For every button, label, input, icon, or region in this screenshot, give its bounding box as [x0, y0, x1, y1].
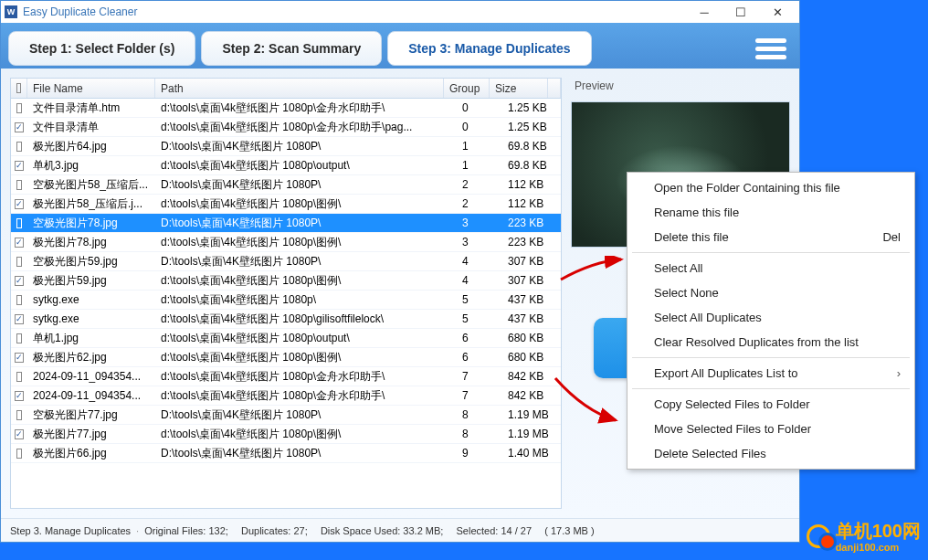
table-row[interactable]: 空极光图片77.jpgD:\tools\桌面\4K壁纸图片 1080P\81.1… — [11, 406, 561, 425]
table-row[interactable]: ✓极光图片77.jpgd:\tools\桌面\4k壁纸图片 1080p\图例\8… — [11, 425, 561, 444]
ctx-rename[interactable]: Rename this file — [630, 200, 912, 225]
header-scroll-spacer — [548, 79, 561, 98]
cell-group: 4 — [457, 253, 502, 269]
cell-path: d:\tools\桌面\4k壁纸图片 1080p\图例\ — [155, 425, 457, 444]
table-row[interactable]: 单机1.jpgd:\tools\桌面\4k壁纸图片 1080p\output\6… — [11, 329, 561, 348]
cell-path: D:\tools\桌面\4K壁纸图片 1080P\ — [155, 175, 457, 195]
table-row[interactable]: 空极光图片58_压缩后...D:\tools\桌面\4K壁纸图片 1080P\2… — [11, 175, 561, 195]
table-row[interactable]: 极光图片64.jpgD:\tools\桌面\4K壁纸图片 1080P\169.8… — [11, 137, 561, 156]
table-row[interactable]: ✓sytkg.exed:\tools\桌面\4k壁纸图片 1080p\gilis… — [11, 310, 561, 329]
table-row[interactable]: sytkg.exed:\tools\桌面\4k壁纸图片 1080p\5437 K… — [11, 291, 561, 310]
table-row[interactable]: ✓极光图片78.jpgd:\tools\桌面\4k壁纸图片 1080p\图例\3… — [11, 233, 561, 252]
cell-filename: 极光图片78.jpg — [27, 233, 155, 252]
ctx-copy-to-folder[interactable]: Copy Selected Files to Folder — [630, 392, 912, 417]
row-checkbox[interactable] — [16, 449, 22, 459]
cell-size: 680 KB — [502, 330, 561, 346]
row-checkbox[interactable] — [16, 142, 22, 152]
row-checkbox[interactable]: ✓ — [15, 314, 24, 324]
row-checkbox[interactable] — [16, 295, 22, 305]
cell-size: 307 KB — [502, 253, 561, 269]
status-step: Step 3. Manage Duplicates — [10, 525, 131, 536]
cell-group: 3 — [457, 215, 502, 231]
hamburger-menu-icon[interactable] — [755, 35, 786, 63]
row-checkbox[interactable]: ✓ — [15, 391, 24, 401]
row-checkbox[interactable]: ✓ — [15, 161, 24, 171]
status-bar: Step 3. Manage Duplicates · Original Fil… — [1, 518, 799, 542]
cell-path: d:\tools\桌面\4k壁纸图片 1080p\图例\ — [155, 195, 457, 214]
row-checkbox[interactable]: ✓ — [15, 276, 24, 286]
tab-step2[interactable]: Step 2: Scan Summary — [201, 31, 382, 66]
cell-path: d:\tools\桌面\4k壁纸图片 1080p\金舟水印助手\pag... — [155, 118, 457, 137]
table-row[interactable]: 空极光图片78.jpgD:\tools\桌面\4K壁纸图片 1080P\3223… — [11, 214, 561, 233]
row-checkbox[interactable]: ✓ — [15, 429, 24, 439]
ctx-open-folder[interactable]: Open the Folder Containing this file — [630, 175, 912, 200]
table-row[interactable]: ✓极光图片59.jpgd:\tools\桌面\4k壁纸图片 1080p\图例\4… — [11, 271, 561, 291]
header-size[interactable]: Size — [490, 79, 548, 98]
header-group[interactable]: Group — [444, 79, 490, 98]
cell-filename: 单机1.jpg — [27, 329, 155, 348]
row-checkbox[interactable] — [16, 180, 22, 190]
table-row[interactable]: 空极光图片59.jpgD:\tools\桌面\4K壁纸图片 1080P\4307… — [11, 252, 561, 271]
ctx-clear-resolved[interactable]: Clear Resolved Duplicates from the list — [630, 330, 912, 354]
tab-step1[interactable]: Step 1: Select Folder (s) — [8, 31, 195, 66]
cell-path: D:\tools\桌面\4K壁纸图片 1080P\ — [155, 444, 457, 463]
cell-filename: 空极光图片58_压缩后... — [27, 175, 155, 195]
table-row[interactable]: 文件目录清单.htmd:\tools\桌面\4k壁纸图片 1080p\金舟水印助… — [11, 99, 561, 118]
cell-path: d:\tools\桌面\4k壁纸图片 1080p\output\ — [155, 329, 457, 348]
cell-group: 0 — [457, 119, 502, 135]
table-row[interactable]: 2024-09-11_094354...d:\tools\桌面\4k壁纸图片 1… — [11, 367, 561, 386]
grid-body[interactable]: 文件目录清单.htmd:\tools\桌面\4k壁纸图片 1080p\金舟水印助… — [11, 99, 561, 508]
cell-group: 4 — [457, 272, 502, 289]
logo-text: 单机100网 — [836, 519, 921, 544]
table-row[interactable]: ✓极光图片58_压缩后.j...d:\tools\桌面\4k壁纸图片 1080p… — [11, 195, 561, 214]
header-checkbox-col[interactable] — [11, 79, 27, 98]
cell-filename: 空极光图片77.jpg — [27, 406, 155, 425]
row-checkbox[interactable] — [16, 103, 22, 113]
cell-path: D:\tools\桌面\4K壁纸图片 1080P\ — [155, 406, 457, 425]
table-row[interactable]: ✓文件目录清单d:\tools\桌面\4k壁纸图片 1080p\金舟水印助手\p… — [11, 118, 561, 137]
ctx-select-none[interactable]: Select None — [630, 280, 912, 305]
row-checkbox[interactable] — [16, 218, 22, 228]
cell-group: 3 — [457, 234, 502, 250]
ctx-export[interactable]: Export All Duplicates List to› — [630, 361, 912, 386]
cell-group: 8 — [457, 407, 502, 423]
row-checkbox[interactable]: ✓ — [15, 199, 24, 209]
ctx-move-to-folder[interactable]: Move Selected Files to Folder — [630, 417, 912, 441]
maximize-button[interactable]: ☐ — [722, 2, 759, 22]
row-checkbox[interactable]: ✓ — [15, 238, 24, 248]
table-row[interactable]: ✓单机3.jpgd:\tools\桌面\4k壁纸图片 1080p\output\… — [11, 156, 561, 175]
table-row[interactable]: 极光图片66.jpgD:\tools\桌面\4K壁纸图片 1080P\91.40… — [11, 444, 561, 463]
close-button[interactable]: ✕ — [759, 2, 796, 22]
cell-filename: 极光图片59.jpg — [27, 271, 155, 291]
ctx-select-all[interactable]: Select All — [630, 256, 912, 280]
cell-size: 842 KB — [502, 387, 561, 404]
cell-path: d:\tools\桌面\4k壁纸图片 1080p\图例\ — [155, 233, 457, 252]
minimize-button[interactable]: ─ — [686, 2, 722, 22]
cell-group: 1 — [457, 138, 502, 154]
cell-filename: 文件目录清单.htm — [27, 99, 155, 118]
cell-group: 5 — [457, 291, 502, 308]
cell-filename: 2024-09-11_094354... — [27, 368, 155, 385]
row-checkbox[interactable]: ✓ — [15, 353, 24, 363]
cell-path: D:\tools\桌面\4K壁纸图片 1080P\ — [155, 252, 457, 271]
row-checkbox[interactable] — [16, 410, 22, 420]
ctx-delete[interactable]: Delete this fileDel — [630, 225, 912, 249]
ctx-select-all-dup[interactable]: Select All Duplicates — [630, 305, 912, 330]
cell-size: 437 KB — [502, 291, 561, 308]
cell-size: 223 KB — [502, 215, 561, 231]
tab-step3[interactable]: Step 3: Manage Duplicates — [387, 31, 591, 66]
header-filename[interactable]: File Name — [27, 79, 155, 98]
row-checkbox[interactable] — [16, 372, 22, 382]
table-row[interactable]: ✓2024-09-11_094354...d:\tools\桌面\4k壁纸图片 … — [11, 386, 561, 406]
cell-path: D:\tools\桌面\4K壁纸图片 1080P\ — [155, 214, 457, 233]
cell-group: 8 — [457, 426, 502, 442]
table-row[interactable]: ✓极光图片62.jpgd:\tools\桌面\4k壁纸图片 1080p\图例\6… — [11, 348, 561, 367]
context-menu: Open the Folder Containing this file Ren… — [627, 172, 915, 470]
row-checkbox[interactable] — [16, 257, 22, 267]
row-checkbox[interactable]: ✓ — [15, 122, 24, 132]
ctx-delete-selected[interactable]: Delete Selected Files — [630, 441, 912, 466]
row-checkbox[interactable] — [16, 333, 22, 343]
header-path[interactable]: Path — [155, 79, 444, 98]
titlebar: W Easy Duplicate Cleaner ─ ☐ ✕ — [1, 1, 799, 23]
cell-path: d:\tools\桌面\4k壁纸图片 1080p\金舟水印助手\ — [155, 386, 457, 406]
